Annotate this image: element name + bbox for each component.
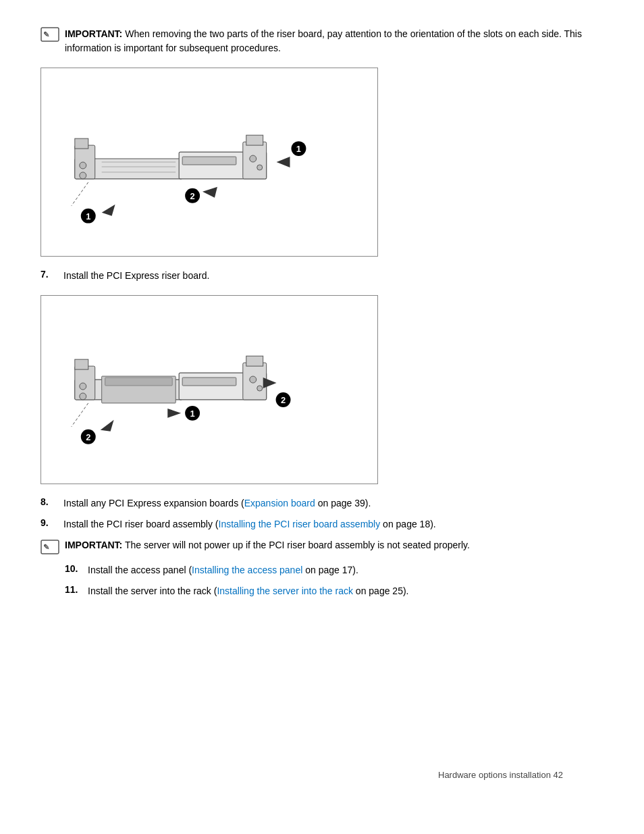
- svg-text:1: 1: [86, 211, 90, 221]
- step-9-text-before: Install the PCI riser board assembly (: [63, 519, 219, 529]
- step-9-num: 9.: [41, 517, 59, 528]
- step-11-link[interactable]: Installing the server into the rack: [217, 585, 353, 596]
- step-10-text-before: Install the access panel (: [88, 565, 192, 575]
- step-9-text: Install the PCI riser board assembly (In…: [63, 517, 436, 531]
- page-footer: Hardware options installation 42: [438, 770, 563, 780]
- step-8: 8. Install any PCI Express expansion boa…: [41, 496, 603, 511]
- svg-text:1: 1: [190, 409, 195, 419]
- svg-text:2: 2: [190, 191, 195, 201]
- svg-marker-48: [167, 409, 181, 418]
- step-8-text-after: on page 39).: [315, 498, 371, 509]
- important-bold-2: IMPORTANT:: [65, 540, 122, 550]
- step-8-num: 8.: [41, 496, 59, 507]
- svg-point-31: [80, 383, 86, 390]
- important-icon-2: ✎: [41, 540, 59, 556]
- step-9-text-after: on page 18).: [380, 519, 436, 529]
- step-10: 10. Install the access panel (Installing…: [65, 563, 603, 577]
- svg-rect-42: [182, 377, 236, 386]
- step-8-text-before: Install any PCI Express expansion boards…: [63, 498, 244, 509]
- svg-rect-4: [75, 138, 88, 149]
- svg-line-10: [72, 182, 88, 206]
- svg-text:✎: ✎: [43, 543, 49, 551]
- important-body-1: When removing the two parts of the riser…: [65, 28, 582, 53]
- important-text-1: IMPORTANT: When removing the two parts o…: [65, 27, 603, 55]
- step-11: 11. Install the server into the rack (In…: [65, 584, 603, 598]
- svg-point-5: [80, 162, 86, 169]
- svg-rect-30: [105, 377, 173, 386]
- step-9: 9. Install the PCI riser board assembly …: [41, 517, 603, 531]
- step-10-num: 10.: [65, 563, 84, 574]
- svg-text:2: 2: [281, 395, 286, 405]
- step-11-text: Install the server into the rack (Instal…: [88, 584, 408, 598]
- step-10-text: Install the access panel (Installing the…: [88, 563, 358, 577]
- svg-marker-43: [263, 377, 277, 388]
- svg-marker-13: [102, 205, 115, 216]
- important-body-2: The server will not power up if the PCI …: [122, 540, 470, 550]
- svg-line-33: [72, 403, 88, 427]
- svg-point-6: [80, 172, 86, 179]
- svg-marker-36: [101, 420, 114, 432]
- important-icon-1: ✎: [41, 27, 59, 44]
- svg-point-18: [257, 165, 263, 170]
- step-11-num: 11.: [65, 584, 84, 595]
- svg-marker-20: [277, 157, 290, 167]
- step-8-link[interactable]: Expansion board: [244, 498, 315, 509]
- step-7-text: Install the PCI Express riser board.: [63, 269, 209, 283]
- svg-rect-19: [182, 157, 236, 165]
- important-bold-1: IMPORTANT:: [65, 28, 122, 39]
- step-11-text-before: Install the server into the rack (: [88, 585, 217, 596]
- svg-point-17: [250, 155, 257, 162]
- step-10-link[interactable]: Installing the access panel: [192, 565, 302, 575]
- svg-point-41: [257, 386, 263, 391]
- svg-text:1: 1: [296, 144, 301, 154]
- important-text-2: IMPORTANT: The server will not power up …: [65, 538, 470, 552]
- svg-rect-39: [246, 356, 263, 366]
- svg-marker-25: [203, 187, 217, 198]
- step-7-num: 7.: [41, 269, 59, 280]
- important-block-1: ✎ IMPORTANT: When removing the two parts…: [41, 27, 603, 55]
- step-10-text-after: on page 17).: [302, 565, 358, 575]
- svg-text:✎: ✎: [43, 30, 49, 38]
- svg-text:2: 2: [86, 432, 90, 442]
- svg-point-32: [80, 393, 86, 400]
- diagram-1: 1 1: [41, 68, 378, 257]
- step-9-link[interactable]: Installing the PCI riser board assembly: [219, 519, 381, 529]
- step-8-text: Install any PCI Express expansion boards…: [63, 496, 371, 511]
- svg-rect-28: [75, 359, 88, 369]
- step-7: 7. Install the PCI Express riser board.: [41, 269, 603, 283]
- diagram-2: 2 2: [41, 295, 378, 484]
- important-block-2: ✎ IMPORTANT: The server will not power u…: [41, 538, 603, 556]
- svg-point-40: [250, 376, 257, 383]
- footer-text: Hardware options installation 42: [438, 770, 563, 780]
- svg-rect-16: [246, 135, 263, 145]
- step-11-text-after: on page 25).: [353, 585, 409, 596]
